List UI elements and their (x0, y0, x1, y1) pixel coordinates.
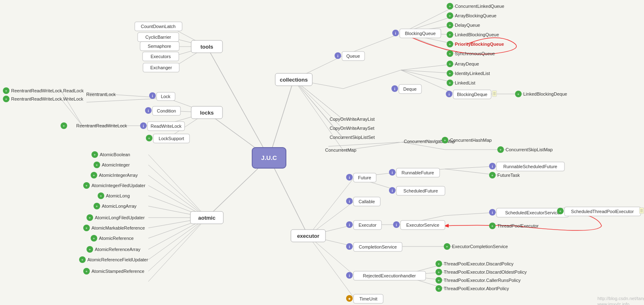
executorcompletionservice-node: ExecutorCompletionService (452, 244, 508, 249)
scheduledfuture-node: ScheduledFuture (403, 188, 438, 193)
atomiclongarray-node: AtomicLongArray (102, 204, 137, 209)
rejectedexecutionhandler-node: RejectedExecutionhandler (363, 273, 416, 278)
discardpolicy-node: ThreadPoolExecutor.DiscardPolicy (444, 261, 514, 266)
exchanger-node: Exchanger (150, 65, 172, 70)
readwritelock-node: ReadWriteLock (151, 124, 182, 129)
svg-line-18 (61, 99, 82, 126)
atomicreferencearray-node: AtomicReferenceArray (95, 247, 141, 252)
future-node: Future (358, 175, 371, 180)
svg-line-67 (148, 155, 207, 218)
svg-text:+: + (100, 194, 102, 198)
svg-text:+: + (449, 81, 451, 85)
timeunit-node: TimeUnit (359, 296, 377, 301)
svg-text:+: + (559, 209, 561, 214)
executors-node: Executors (151, 54, 171, 59)
atomicreferencefieldsupdater-node: AtomicReferenceFieldUpdater (87, 257, 148, 262)
svg-text:+: + (438, 287, 440, 291)
completionservice-node: CompletionService (359, 244, 397, 249)
svg-text:i: i (392, 189, 393, 193)
condition-node: Condition (157, 108, 176, 113)
svg-text:i: i (396, 223, 397, 227)
svg-text:i: i (392, 171, 393, 175)
copyonwritearraylist-node: CopyOnWriteArrayList (330, 117, 375, 122)
svg-text:+: + (446, 245, 448, 249)
svg-line-0 (207, 47, 269, 158)
executorservice-node: ExecutorService (406, 223, 439, 228)
concurrentskiplistset-node: ConcurrentSkipListSet (330, 135, 375, 140)
linkedlist-node: LinkedList (455, 80, 475, 85)
svg-text:+: + (449, 14, 451, 18)
svg-text:+: + (449, 23, 451, 28)
svg-text:+: + (85, 226, 87, 230)
svg-text:+: + (444, 138, 446, 143)
blockingdeque-node: BlockingDeque (457, 92, 487, 97)
svg-text:+: + (491, 174, 493, 178)
atomicstampedreference-node: AtomicStampedReference (91, 269, 144, 274)
concurrentskiplistmap-node: ConcurrentSkipListMap (506, 147, 553, 152)
abortpolicy-node: ThreadPoolExecutor.AbortPolicy (444, 286, 509, 291)
tools-label: tools (200, 44, 213, 50)
readlock-node: ReentrantReadWriteLock.ReadLock (11, 88, 84, 93)
scheduledthreadpoolexecutor-node: ScheduledThreadPoolExecutor (571, 209, 634, 214)
svg-text:+: + (148, 136, 150, 141)
svg-text:i: i (349, 199, 350, 204)
identitylinkedlist-node: IdentityLinkedList (455, 71, 490, 76)
svg-text:+: + (89, 216, 91, 220)
svg-text:+: + (85, 270, 87, 274)
svg-line-4 (269, 158, 308, 236)
svg-text:+: + (449, 5, 451, 9)
svg-text:+: + (438, 262, 440, 266)
threadpoolexecutor-node: ThreadPoolExecutor (497, 223, 539, 228)
svg-text:i: i (395, 31, 396, 35)
linkedblockingqueue-node: LinkedBlockingQueue (455, 32, 499, 37)
concurrentmap-label: ConcurrentMap (325, 148, 356, 152)
countdownlatch-node: CountDownLatch (141, 24, 176, 29)
svg-text:+: + (5, 89, 7, 93)
watermark1: http://blog.csdn.net/tangxijminj123 (597, 296, 644, 301)
svg-text:+: + (85, 184, 87, 188)
arraydeque-node: ArrayDeque (455, 61, 479, 66)
svg-text:i: i (349, 223, 350, 227)
synchronousqueue-node: SynchronousQueue (455, 51, 495, 56)
callable-node: Callable (358, 199, 375, 204)
reentrantlock-label: ReentrantLock (86, 92, 116, 97)
aotmic-label: aotmic (198, 215, 215, 221)
svg-text:+: + (5, 97, 7, 101)
svg-text:+: + (93, 237, 95, 241)
executor-label: executor (297, 233, 319, 239)
svg-text:i: i (349, 245, 350, 249)
svg-text:+: + (89, 248, 91, 252)
svg-text:i: i (143, 124, 144, 128)
lock-node: Lock (161, 94, 171, 99)
svg-text:+: + (81, 258, 83, 262)
svg-text:+: + (449, 62, 451, 66)
svg-line-38 (294, 80, 343, 129)
priorityblockingqueue-node: PriorityBlockingQueue (455, 42, 504, 47)
writelock-node: ReentrantReadWriteLock.WriteLock (11, 96, 84, 101)
atomicintegerfiledupdater-node: AtomicIntegerFiledUpdater (91, 183, 145, 188)
collections-label: collections (280, 77, 308, 83)
svg-text:★: ★ (348, 297, 351, 301)
svg-text:i: i (152, 94, 153, 98)
svg-text:i: i (449, 92, 450, 96)
atomicreference-node: AtomicReference (99, 236, 133, 241)
svg-text:i: i (349, 176, 350, 180)
runnablefuture-node: RunnableFuture (402, 170, 434, 175)
svg-text:+: + (517, 92, 519, 96)
discardoldestpolicy-node: ThreadPoolExecutor.DiscardOldestPolicy (444, 270, 527, 274)
svg-text:+: + (449, 33, 451, 37)
svg-text:+: + (438, 270, 440, 274)
center-label: J.U.C (261, 154, 277, 161)
svg-text:i: i (349, 274, 350, 278)
arrayblockingqueue-node: ArrayBlockingQueue (455, 13, 496, 18)
concurrenthashmap-node: ConcurrentHashMap (450, 138, 492, 143)
runnablescheduledfuture-node: RunnableScheduledFuture (503, 164, 557, 169)
svg-line-3 (269, 80, 294, 158)
svg-line-23 (294, 80, 343, 150)
deque-node: Deque (403, 87, 417, 92)
locksupport-node: LockSupport (159, 136, 184, 141)
blockingqueue-node: BlockingQueue (405, 31, 436, 36)
futuretask-node: FutureTask (497, 173, 520, 178)
atomicmarkablereference-node: AtomicMarkableReference (91, 225, 145, 230)
concurrentlinkedqueue-node: ConcurrentLinkedQueue (455, 4, 504, 9)
